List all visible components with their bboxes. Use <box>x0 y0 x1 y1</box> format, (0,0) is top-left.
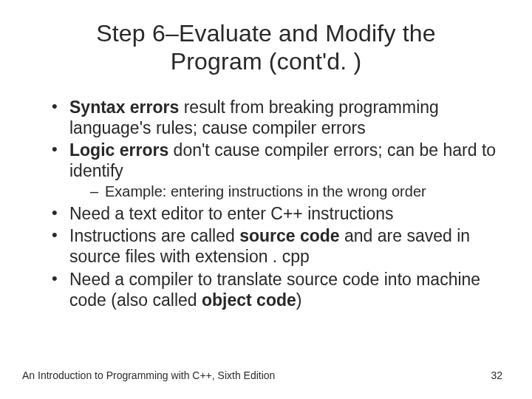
slide: Step 6–Evaluate and Modify the Program (… <box>0 0 532 399</box>
term-syntax-errors: Syntax errors <box>69 98 179 117</box>
term-object-code: object code <box>202 290 296 310</box>
bullet-text-editor: Need a text editor to enter C++ instruct… <box>53 203 501 224</box>
slide-title: Step 6–Evaluate and Modify the Program (… <box>52 19 480 76</box>
footer-page-number: 32 <box>491 369 502 381</box>
sub-bullet-example: Example: entering instructions in the wr… <box>92 183 501 200</box>
bullet-source-code: Instructions are called source code and … <box>53 225 501 267</box>
text-source-pre: Instructions are called <box>69 226 239 245</box>
footer-book-title: An Introduction to Programming with C++,… <box>22 369 275 381</box>
bullet-compiler: Need a compiler to translate source code… <box>53 269 501 310</box>
bullet-list: Syntax errors result from breaking progr… <box>31 97 501 310</box>
bullet-logic-errors: Logic errors don't cause compiler errors… <box>53 140 501 200</box>
bullet-syntax-errors: Syntax errors result from breaking progr… <box>53 97 501 138</box>
sub-bullet-list: Example: entering instructions in the wr… <box>69 183 501 200</box>
slide-content: Syntax errors result from breaking progr… <box>31 97 501 310</box>
term-source-code: source code <box>239 226 340 245</box>
term-logic-errors: Logic errors <box>69 140 168 160</box>
text-compiler-post: ) <box>296 290 302 310</box>
